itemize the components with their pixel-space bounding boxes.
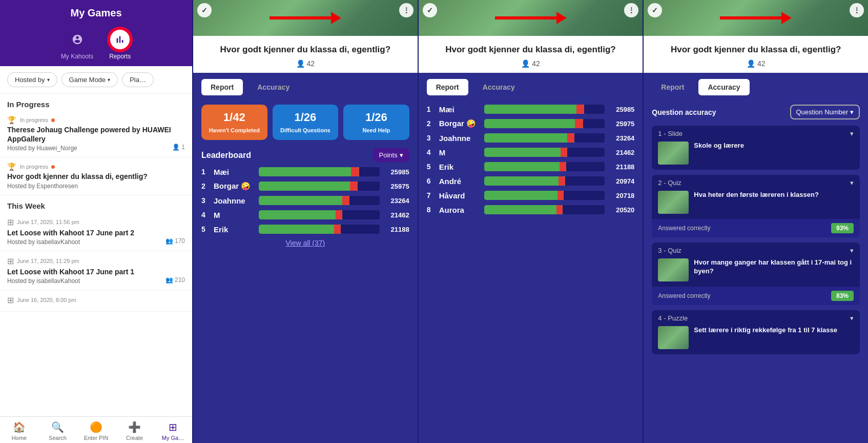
players-filter[interactable]: Pla… bbox=[122, 72, 154, 87]
filter-label-2: Pla… bbox=[130, 76, 146, 84]
bottom-nav-enter-pin[interactable]: 🟠 Enter PIN bbox=[77, 421, 115, 441]
panel-1-header: ✓ ⋮ bbox=[193, 0, 418, 36]
score-value: 25975 bbox=[384, 183, 409, 190]
question-number-dropdown[interactable]: Question Number ▾ bbox=[790, 105, 860, 119]
game-title: Therese Johaug Challenge powered by HUAW… bbox=[7, 125, 185, 144]
more-options-button[interactable]: ⋮ bbox=[850, 3, 864, 17]
player-count: 👥 210 bbox=[166, 276, 185, 284]
score-bar-red bbox=[567, 133, 574, 143]
tab-report[interactable]: Report bbox=[201, 79, 243, 95]
answered-label: Answered correctly bbox=[658, 292, 710, 299]
player-name: Erik bbox=[214, 225, 255, 234]
rank-number: 7 bbox=[427, 191, 435, 199]
score-bar-red bbox=[351, 167, 359, 176]
list-item[interactable]: ⊞ June 17, 2020, 11:29 pm Let Loose with… bbox=[0, 251, 192, 290]
rank-number: 3 bbox=[427, 134, 435, 142]
score-bar bbox=[484, 119, 605, 128]
question-thumbnail bbox=[658, 258, 689, 281]
stat-fraction: 1/26 bbox=[277, 111, 335, 124]
question-item[interactable]: 3 - Quiz ▾ Hvor mange ganger har klassen… bbox=[652, 243, 860, 305]
bottom-nav: 🏠 Home 🔍 Search 🟠 Enter PIN ➕ Create ⊞ M… bbox=[0, 416, 192, 443]
sidebar-item-my-kahoots[interactable]: My Kahoots bbox=[61, 28, 93, 60]
panel-title-area: Hvor godt kjenner du klassa di, egentlig… bbox=[193, 36, 418, 73]
home-icon: 🏠 bbox=[13, 421, 26, 433]
bottom-nav-my-games[interactable]: ⊞ My Ga… bbox=[154, 421, 192, 441]
player-name: Borgar 🤪 bbox=[214, 182, 255, 191]
bottom-nav-create[interactable]: ➕ Create bbox=[115, 421, 154, 441]
score-bar-green bbox=[259, 196, 349, 205]
stat-card-difficult[interactable]: 1/26 Difficult Questions bbox=[273, 105, 339, 140]
list-item[interactable]: ⊞ June 16, 2020, 8:00 pm bbox=[0, 290, 192, 312]
stat-label: Difficult Questions bbox=[277, 127, 335, 134]
more-options-button[interactable]: ⋮ bbox=[399, 3, 414, 17]
tab-report[interactable]: Report bbox=[427, 79, 468, 95]
score-value: 20520 bbox=[609, 206, 634, 214]
player-name: Joahnne bbox=[439, 134, 480, 143]
game-badge: 🏆 In progress bbox=[7, 163, 185, 171]
score-bar-red bbox=[556, 205, 563, 214]
checkmark-button[interactable]: ✓ bbox=[648, 3, 662, 17]
score-bar-green bbox=[259, 182, 358, 191]
stat-card-need-help[interactable]: 1/26 Need Help bbox=[343, 105, 409, 140]
sidebar-item-reports[interactable]: Reports bbox=[109, 28, 131, 60]
stat-label: Haven't Completed bbox=[205, 127, 263, 134]
more-options-button[interactable]: ⋮ bbox=[624, 3, 638, 17]
stat-card-havent-completed[interactable]: 1/42 Haven't Completed bbox=[201, 105, 267, 140]
accuracy-header: Question accuracy Question Number ▾ bbox=[652, 105, 860, 119]
score-bar bbox=[259, 167, 380, 176]
score-value: 21462 bbox=[384, 211, 409, 219]
leaderboard-header: Leaderboard Points ▾ bbox=[201, 148, 409, 162]
question-content: Skole og lærere bbox=[652, 142, 860, 170]
filter-label-0: Hosted by bbox=[15, 76, 45, 84]
status-dot bbox=[51, 118, 55, 122]
leaderboard-rows: 1 Mæi 25985 2 Borgar 🤪 25975 3 Joahnne bbox=[427, 105, 635, 214]
hosted-by-filter[interactable]: Hosted by ▾ bbox=[7, 72, 57, 87]
game-host: Hosted by Espenthoresen bbox=[7, 183, 185, 190]
panel-tabs: Report Accuracy bbox=[644, 73, 868, 99]
chevron-down-icon: ▾ bbox=[850, 179, 854, 187]
question-item[interactable]: 1 - Slide ▾ Skole og lærere bbox=[652, 126, 860, 170]
question-header: 1 - Slide ▾ bbox=[652, 126, 860, 142]
player-name: M bbox=[439, 148, 480, 157]
sidebar-title-text: My Games bbox=[70, 7, 121, 18]
stat-label: Need Help bbox=[347, 127, 405, 134]
list-item[interactable]: ⊞ June 17, 2020, 11:56 pm Let Loose with… bbox=[0, 212, 192, 251]
checkmark-button[interactable]: ✓ bbox=[197, 3, 212, 17]
points-sort-dropdown[interactable]: Points ▾ bbox=[373, 148, 409, 162]
player-name: Mæi bbox=[439, 105, 480, 114]
tab-accuracy[interactable]: Accuracy bbox=[698, 79, 749, 95]
panel-2: ✓ ⋮ Hvor godt kjenner du klassa di, egen… bbox=[418, 0, 643, 443]
score-bar-red bbox=[559, 176, 565, 186]
grid-icon: ⊞ bbox=[7, 217, 14, 227]
score-value: 20718 bbox=[609, 192, 634, 199]
view-all-button[interactable]: View all (37) bbox=[201, 239, 409, 247]
score-bar bbox=[484, 191, 605, 200]
bottom-nav-search[interactable]: 🔍 Search bbox=[38, 421, 77, 441]
list-item[interactable]: 🏆 In progress Hvor godt kjenner du klass… bbox=[0, 157, 192, 195]
bottom-nav-home[interactable]: 🏠 Home bbox=[0, 421, 38, 441]
leaderboard-row: 7 Håvard 20718 bbox=[427, 191, 635, 200]
question-item[interactable]: 4 - Puzzle ▾ Sett lærere i riktig rekkef… bbox=[652, 310, 860, 354]
leaderboard-row: 1 Mæi 25985 bbox=[427, 105, 635, 114]
rank-number: 6 bbox=[427, 177, 435, 185]
score-bar bbox=[259, 210, 380, 219]
trophy-icon: 🏆 bbox=[7, 116, 16, 124]
panel-players: 👤 42 bbox=[652, 59, 860, 68]
sidebar-title: My Games bbox=[0, 0, 192, 24]
question-thumbnail bbox=[658, 142, 689, 165]
question-item[interactable]: 2 - Quiz ▾ Hva heter den første læreren … bbox=[652, 175, 860, 237]
score-value: 23264 bbox=[384, 197, 409, 205]
leaderboard-row: 3 Joahnne 23264 bbox=[427, 133, 635, 143]
tab-report[interactable]: Report bbox=[652, 79, 693, 95]
tab-accuracy[interactable]: Accuracy bbox=[248, 79, 299, 95]
game-mode-filter[interactable]: Game Mode ▾ bbox=[61, 72, 118, 87]
tab-accuracy[interactable]: Accuracy bbox=[473, 79, 524, 95]
filter-label-1: Game Mode bbox=[69, 76, 106, 84]
chevron-down-icon: ▾ bbox=[108, 77, 110, 83]
list-item[interactable]: 🏆 In progress Therese Johaug Challenge p… bbox=[0, 111, 192, 157]
checkmark-button[interactable]: ✓ bbox=[423, 3, 437, 17]
my-kahoots-label: My Kahoots bbox=[61, 53, 93, 60]
rank-number: 1 bbox=[201, 168, 210, 176]
player-name: M bbox=[214, 211, 255, 219]
rank-number: 5 bbox=[427, 163, 435, 171]
